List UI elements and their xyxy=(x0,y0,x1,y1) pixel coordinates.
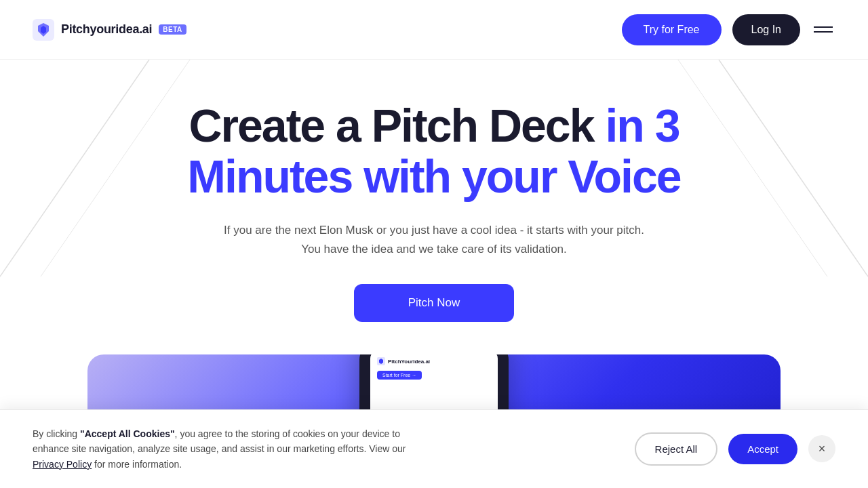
hero-subtext: If you are the next Elon Musk or you jus… xyxy=(224,221,644,260)
logo-text: Pitchyouridea.ai xyxy=(61,22,152,37)
svg-line-1 xyxy=(0,60,149,277)
phone-start-button[interactable]: Start for Free → xyxy=(377,371,422,380)
hero-subtext-line1: If you are the next Elon Musk or you jus… xyxy=(224,224,644,237)
cookie-bold-text: "Accept All Cookies" xyxy=(80,428,175,439)
cookie-banner: By clicking "Accept All Cookies", you ag… xyxy=(0,409,868,488)
cookie-actions: Reject All Accept × xyxy=(635,432,835,466)
cookie-text-end: for more information. xyxy=(92,459,182,470)
login-button[interactable]: Log In xyxy=(732,14,800,45)
nav-right: Try for Free Log In xyxy=(622,14,835,45)
svg-line-3 xyxy=(719,60,868,277)
try-for-free-button[interactable]: Try for Free xyxy=(622,14,722,45)
logo-icon xyxy=(33,19,54,41)
logo-area: Pitchyouridea.ai BETA xyxy=(33,19,186,41)
close-cookie-button[interactable]: × xyxy=(808,435,835,462)
hamburger-line-2 xyxy=(814,31,833,33)
main-content: Create a Pitch Deck in 3 Minutes with yo… xyxy=(0,60,868,463)
cookie-text-before: By clicking xyxy=(33,428,80,439)
reject-all-button[interactable]: Reject All xyxy=(635,432,718,466)
hero-heading: Create a Pitch Deck in 3 Minutes with yo… xyxy=(129,100,739,202)
hamburger-menu[interactable] xyxy=(811,24,835,35)
privacy-policy-link[interactable]: Privacy Policy xyxy=(33,459,92,470)
phone-brand-text: PitchYourIdea.ai xyxy=(388,359,430,365)
accept-button[interactable]: Accept xyxy=(728,434,797,464)
cookie-text: By clicking "Accept All Cookies", you ag… xyxy=(33,426,426,472)
navbar: Pitchyouridea.ai BETA Try for Free Log I… xyxy=(0,0,868,60)
beta-badge: BETA xyxy=(159,24,186,35)
phone-logo-row: PitchYourIdea.ai xyxy=(377,357,430,365)
close-icon: × xyxy=(818,442,826,456)
phone-app-icon xyxy=(377,357,385,365)
hero-subtext-line2: You have the idea and we take care of it… xyxy=(301,243,567,256)
pitch-now-button[interactable]: Pitch Now xyxy=(354,284,515,322)
hero-heading-part1: Create a Pitch Deck xyxy=(189,100,593,151)
hamburger-line-1 xyxy=(814,26,833,28)
